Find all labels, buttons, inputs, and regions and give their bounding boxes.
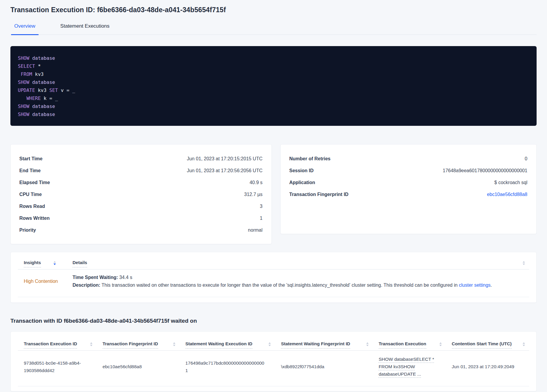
sort-up-icon — [54, 261, 56, 263]
cell-contention-start-time-utc: Jun 01, 2023 at 17:20:49:2049 — [446, 363, 529, 370]
details-column-header: Details — [73, 260, 529, 267]
sql-line-4: SHOW database — [18, 78, 529, 86]
number-of-retries-label: Number of Retries — [289, 156, 331, 161]
sql-line-3: FROM kv3 — [18, 70, 529, 78]
elapsed-time-value: 40.9 s — [249, 180, 263, 185]
rows-read-label: Rows Read — [19, 204, 45, 209]
sort-up-icon — [268, 342, 271, 344]
summary-row-elapsed-time: Elapsed Time40.9 s — [19, 177, 263, 189]
sort-up-icon — [523, 342, 525, 344]
cluster-settings-link[interactable]: cluster settings — [459, 283, 491, 288]
cell-statement-waiting-execution-id: 176498a9c717bdc80000000000000001 — [180, 359, 275, 374]
application-label: Application — [289, 180, 315, 185]
tab-statement-executions[interactable]: Statement Executions — [57, 23, 113, 35]
transaction-fingerprint-id-header-label[interactable]: Transaction Fingerprint ID — [103, 341, 158, 349]
sql-line-8: SHOW database — [18, 110, 529, 118]
waited-on-table-header: Transaction Execution IDTransaction Fing… — [18, 336, 529, 349]
cpu-time-label: CPU Time — [19, 192, 42, 197]
insight-type-label: High Contention — [18, 279, 73, 284]
waited-on-table-card: Transaction Execution IDTransaction Fing… — [10, 331, 537, 391]
insights-column-header: Insights — [18, 260, 73, 267]
details-header-label[interactable]: Details — [73, 260, 87, 267]
sort-down-icon — [523, 345, 525, 346]
session-id-value: 17648a9eea6017800000000000000001 — [443, 168, 527, 173]
page-title: Transaction Execution ID: f6be6366-da03-… — [10, 6, 537, 14]
column-header-contention-start-time-utc: Contention Start Time (UTC) — [446, 341, 529, 349]
cell-statement-waiting-fingerprint-id: \xdb8922f077541dda — [275, 363, 373, 370]
insight-description: Description: This transaction waited on … — [73, 281, 526, 289]
sort-arrows-icon[interactable] — [366, 342, 369, 346]
summary-card-right: Number of Retries0Session ID17648a9eea60… — [280, 144, 537, 234]
sql-line-6: WHERE k = _ — [18, 94, 529, 102]
sort-arrows-icon[interactable] — [268, 342, 271, 346]
transaction-execution-id-value: 9738d051-bc0e-4158-a9b4-1903586ddd42 — [24, 360, 81, 373]
sql-line-7: SHOW database — [18, 102, 529, 110]
transaction-execution-id-header-label[interactable]: Transaction Execution ID — [24, 341, 77, 349]
number-of-retries-value: 0 — [525, 156, 527, 161]
page: Transaction Execution ID: f6be6366-da03-… — [0, 0, 547, 391]
cell-transaction-fingerprint-id: ebc10ae56cfd88a8 — [97, 363, 180, 370]
session-id-label: Session ID — [289, 168, 314, 173]
insights-table-header: Insights Details — [18, 257, 529, 268]
statement-waiting-fingerprint-id-value: \xdb8922f077541dda — [281, 364, 324, 369]
insight-details-cell: Time Spent Waiting: 34.4 s Description: … — [73, 274, 529, 289]
cpu-time-value: 312.7 µs — [244, 192, 263, 197]
statement-waiting-fingerprint-id-header-label[interactable]: Statement Waiting Fingerprint ID — [281, 341, 350, 349]
summary-cards-row: Start TimeJun 01, 2023 at 17:20:15:2015 … — [10, 144, 537, 244]
sql-statement-box: SHOW databaseSELECT * FROM kv3SHOW datab… — [10, 46, 537, 126]
summary-row-number-of-retries: Number of Retries0 — [289, 153, 527, 165]
transaction-fingerprint-id-value[interactable]: ebc10ae56cfd88a8 — [487, 192, 527, 197]
waited-on-heading: Transaction with ID f6be6366-da03-48de-a… — [10, 318, 537, 324]
elapsed-time-label: Elapsed Time — [19, 180, 50, 185]
rows-read-value: 3 — [260, 204, 263, 209]
summary-row-start-time: Start TimeJun 01, 2023 at 17:20:15:2015 … — [19, 153, 263, 165]
sort-down-icon — [439, 345, 442, 346]
end-time-value: Jun 01, 2023 at 17:20:56:2056 UTC — [187, 168, 263, 173]
sort-down-icon — [523, 264, 525, 265]
insights-header-label[interactable]: Insights — [24, 260, 41, 267]
insight-row: High Contention Time Spent Waiting: 34.4… — [18, 269, 529, 297]
cell-transaction-execution-id: 9738d051-bc0e-4158-a9b4-1903586ddd42 — [18, 359, 97, 374]
sort-arrows-icon[interactable] — [54, 261, 56, 265]
statement-waiting-execution-id-value: 176498a9c717bdc80000000000000001 — [186, 360, 265, 373]
column-header-statement-waiting-execution-id: Statement Waiting Execution ID — [180, 341, 275, 349]
start-time-label: Start Time — [19, 156, 43, 161]
column-header-transaction-execution-id: Transaction Execution ID — [18, 341, 97, 349]
insights-table-card: Insights Details High Contention Time Sp… — [10, 252, 537, 303]
column-header-transaction-fingerprint-id: Transaction Fingerprint ID — [97, 341, 180, 349]
end-time-label: End Time — [19, 168, 41, 173]
summary-row-session-id: Session ID17648a9eea60178000000000000000… — [289, 165, 527, 177]
sql-line-1: SHOW database — [18, 54, 529, 62]
summary-row-transaction-fingerprint-id: Transaction Fingerprint IDebc10ae56cfd88… — [289, 189, 527, 200]
time-spent-waiting: Time Spent Waiting: 34.4 s — [73, 274, 526, 281]
transaction-execution-value[interactable]: SHOW databaseSELECT * FROM kv3SHOW datab… — [379, 357, 434, 377]
summary-row-application: Application$ cockroach sql — [289, 177, 527, 189]
contention-start-time-utc-header-label[interactable]: Contention Start Time (UTC) — [452, 341, 512, 349]
statement-waiting-execution-id-header-label[interactable]: Statement Waiting Execution ID — [186, 341, 252, 349]
sort-up-icon — [366, 342, 369, 344]
tab-overview[interactable]: Overview — [11, 23, 39, 35]
sort-arrows-icon[interactable] — [523, 261, 525, 265]
transaction-fingerprint-id-label: Transaction Fingerprint ID — [289, 192, 348, 197]
priority-value: normal — [248, 228, 263, 233]
rows-written-label: Rows Written — [19, 216, 50, 221]
sort-down-icon — [54, 264, 56, 265]
sort-up-icon — [173, 342, 175, 344]
sort-down-icon — [173, 345, 175, 346]
summary-row-end-time: End TimeJun 01, 2023 at 17:20:56:2056 UT… — [19, 165, 263, 177]
cell-transaction-execution: SHOW databaseSELECT * FROM kv3SHOW datab… — [373, 355, 446, 378]
sort-arrows-icon[interactable] — [523, 342, 525, 346]
tab-bar: OverviewStatement Executions — [11, 23, 537, 35]
sort-down-icon — [366, 345, 369, 346]
sort-up-icon — [90, 342, 92, 344]
summary-card-left: Start TimeJun 01, 2023 at 17:20:15:2015 … — [10, 144, 272, 244]
sort-arrows-icon[interactable] — [90, 342, 92, 346]
sort-arrows-icon[interactable] — [173, 342, 175, 346]
transaction-fingerprint-id-value: ebc10ae56cfd88a8 — [103, 364, 142, 369]
sort-down-icon — [268, 345, 271, 346]
sql-line-2: SELECT * — [18, 62, 529, 70]
sort-arrows-icon[interactable] — [439, 342, 442, 346]
transaction-execution-header-label[interactable]: Transaction Execution — [379, 341, 426, 349]
summary-row-priority: Prioritynormal — [19, 224, 263, 236]
rows-written-value: 1 — [260, 216, 263, 221]
